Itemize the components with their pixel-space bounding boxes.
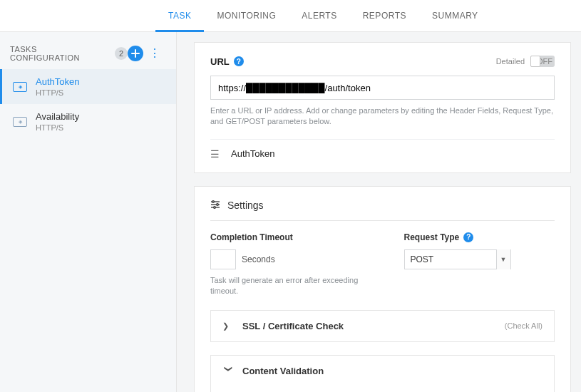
task-name: AuthToken <box>231 148 274 159</box>
url-hint: Enter a URL or IP address. Add or change… <box>210 105 555 128</box>
content-validation-header[interactable]: ❯ Content Validation <box>211 356 554 386</box>
help-icon[interactable]: ? <box>234 56 244 66</box>
timeout-unit: Seconds <box>242 254 275 264</box>
url-card: URL ? Detailed OFF Enter a URL or IP add… <box>194 42 571 173</box>
main-content: URL ? Detailed OFF Enter a URL or IP add… <box>177 32 581 392</box>
sidebar-more-button[interactable]: ⋮ <box>143 48 166 59</box>
toggle-knob <box>530 56 540 67</box>
tab-task[interactable]: TASK <box>155 0 204 32</box>
settings-icon <box>210 200 220 212</box>
settings-card: Settings Completion Timeout Seconds Task… <box>194 186 571 392</box>
tab-summary[interactable]: SUMMARY <box>419 0 491 32</box>
request-type-select[interactable]: POST ▼ <box>404 249 511 269</box>
task-icon: ◈ <box>13 117 27 127</box>
tab-reports[interactable]: REPORTS <box>350 0 419 32</box>
task-icon: ◈ <box>13 82 27 92</box>
sidebar-title: TASKS CONFIGURATION <box>10 45 109 62</box>
help-icon[interactable]: ? <box>463 232 473 242</box>
settings-title: Settings <box>227 200 264 211</box>
sidebar-item-label: AuthToken <box>36 76 79 87</box>
svg-point-4 <box>217 203 219 205</box>
top-tabs: TASK MONITORING ALERTS REPORTS SUMMARY <box>0 0 581 32</box>
tab-alerts[interactable]: ALERTS <box>289 0 349 32</box>
tab-monitoring[interactable]: MONITORING <box>204 0 289 32</box>
add-task-button[interactable] <box>128 46 143 61</box>
chevron-right-icon: ❯ <box>222 321 234 331</box>
chevron-down-icon: ❯ <box>224 365 233 376</box>
ssl-header[interactable]: ❯ SSL / Certificate Check (Check All) <box>211 311 554 341</box>
timeout-hint: Task will generate an error after exceed… <box>210 275 361 297</box>
svg-point-5 <box>214 206 216 208</box>
svg-point-3 <box>212 200 215 202</box>
plus-icon <box>131 49 140 58</box>
content-validation-accordion: ❯ Content Validation Keyword 1 <box>210 355 555 392</box>
sidebar-item-availability[interactable]: ◈ Availability HTTP/S <box>0 104 176 139</box>
sidebar-item-protocol: HTTP/S <box>36 123 79 132</box>
chevron-down-icon: ▼ <box>496 249 510 269</box>
sidebar-item-protocol: HTTP/S <box>36 88 79 97</box>
sidebar-item-authtoken[interactable]: ◈ AuthToken HTTP/S <box>0 69 176 104</box>
url-label: URL ? <box>210 56 244 67</box>
task-count-badge: 2 <box>115 47 128 60</box>
url-input[interactable] <box>210 76 555 100</box>
sidebar-header: TASKS CONFIGURATION 2 ⋮ <box>0 41 176 69</box>
detailed-label: Detailed <box>496 57 525 66</box>
request-type-label: Request Type ? <box>404 232 555 242</box>
sidebar: TASKS CONFIGURATION 2 ⋮ ◈ AuthToken HTTP… <box>0 32 177 392</box>
sidebar-item-label: Availability <box>36 111 79 122</box>
ssl-title: SSL / Certificate Check <box>242 321 505 331</box>
ssl-check-all[interactable]: (Check All) <box>505 321 543 330</box>
detailed-toggle[interactable]: OFF <box>530 56 555 67</box>
request-type-value: POST <box>405 254 496 264</box>
ssl-accordion: ❯ SSL / Certificate Check (Check All) <box>210 310 555 342</box>
content-validation-title: Content Validation <box>242 366 543 376</box>
more-vertical-icon: ⋮ <box>149 47 160 59</box>
completion-timeout-input[interactable] <box>210 249 236 269</box>
completion-timeout-label: Completion Timeout <box>210 232 361 242</box>
description-icon: ☰ <box>210 148 220 160</box>
